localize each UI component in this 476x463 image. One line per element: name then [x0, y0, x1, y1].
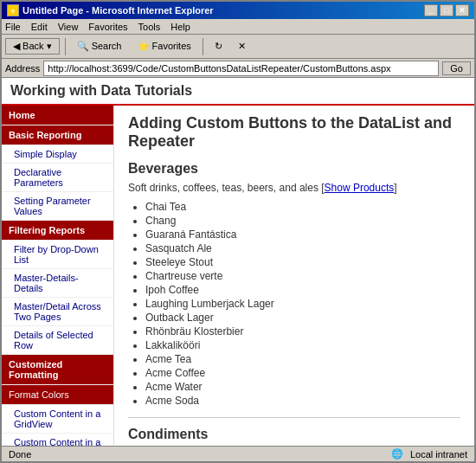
beverages-product-list: Chai Tea Chang Guaraná Fantástica Sasqua… [145, 201, 460, 407]
sidebar-item-custom-detailsview[interactable]: Custom Content in a DetailsView [2, 434, 113, 446]
list-item: Chang [145, 215, 460, 227]
menu-favorites[interactable]: Favorites [88, 22, 127, 32]
main-content: Adding Custom Buttons to the DataList an… [114, 106, 474, 446]
sidebar-item-simple-display[interactable]: Simple Display [2, 145, 113, 164]
toolbar-separator-2 [203, 38, 203, 55]
sidebar-item-filtering-reports[interactable]: Filtering Reports [2, 221, 113, 241]
list-item: Steeleye Stout [145, 256, 460, 268]
section-beverages-title: Beverages [128, 161, 460, 177]
ie-logo-icon: e [7, 4, 19, 16]
sidebar-item-declarative-parameters[interactable]: Declarative Parameters [2, 164, 113, 192]
menu-bar: File Edit View Favorites Tools Help [2, 19, 474, 35]
menu-file[interactable]: File [5, 22, 21, 32]
page-body: Home Basic Reporting Simple Display Decl… [2, 106, 474, 446]
menu-tools[interactable]: Tools [138, 22, 161, 32]
page-title: Working with Data Tutorials [10, 83, 466, 99]
status-text: Done [9, 449, 31, 460]
sidebar-item-master-details[interactable]: Master-Details-Details [2, 269, 113, 298]
back-button[interactable]: ◀ Back ▾ [5, 38, 60, 55]
status-bar: Done 🌐 Local intranet [2, 446, 474, 461]
sidebar-item-format-colors[interactable]: Format Colors [2, 385, 113, 405]
show-products-beverages-link[interactable]: Show Products [325, 182, 395, 194]
sidebar-item-custom-gridview[interactable]: Custom Content in a GridView [2, 405, 113, 434]
sidebar-item-setting-parameter-values[interactable]: Setting Parameter Values [2, 192, 113, 221]
sidebar-item-home[interactable]: Home [2, 106, 113, 125]
sidebar-item-filter-dropdown[interactable]: Filter by Drop-Down List [2, 241, 113, 269]
menu-edit[interactable]: Edit [31, 22, 48, 32]
browser-window: e Untitled Page - Microsoft Internet Exp… [0, 0, 476, 463]
section-beverages-desc: Soft drinks, coffees, teas, beers, and a… [128, 182, 460, 194]
address-label: Address [5, 63, 40, 74]
sidebar: Home Basic Reporting Simple Display Decl… [2, 106, 114, 446]
sidebar-item-master-detail-pages[interactable]: Master/Detail Across Two Pages [2, 298, 113, 326]
toolbar-separator-1 [65, 38, 66, 55]
favorites-button[interactable]: ⭐ Favorites [132, 38, 197, 55]
list-item: Acme Soda [145, 395, 460, 407]
list-item: Rhönbräu Klosterbier [145, 325, 460, 338]
list-item: Acme Coffee [145, 367, 460, 379]
list-item: Ipoh Coffee [145, 284, 460, 296]
title-bar-buttons: _ □ ✕ [424, 4, 469, 16]
main-title: Adding Custom Buttons to the DataList an… [128, 114, 460, 151]
section-condiments: Condiments Sweet and savory sauces, reli… [128, 427, 460, 446]
list-item: Lakkalikööri [145, 339, 460, 351]
list-item: Chai Tea [145, 201, 460, 213]
list-item: Sasquatch Ale [145, 242, 460, 254]
window-title: Untitled Page - Microsoft Internet Explo… [23, 5, 214, 16]
section-divider [128, 417, 460, 418]
minimize-button[interactable]: _ [424, 4, 438, 16]
sidebar-item-customized-formatting[interactable]: Customized Formatting [2, 355, 113, 385]
section-beverages: Beverages Soft drinks, coffees, teas, be… [128, 161, 460, 407]
refresh-button[interactable]: ↻ [209, 38, 228, 55]
list-item: Guaraná Fantástica [145, 228, 460, 241]
title-bar-left: e Untitled Page - Microsoft Internet Exp… [7, 4, 214, 16]
search-button[interactable]: 🔍 Search [71, 38, 128, 55]
sidebar-item-basic-reporting[interactable]: Basic Reporting [2, 125, 113, 145]
zone-icon: 🌐 [391, 448, 403, 460]
page-content: Working with Data Tutorials Home Basic R… [2, 78, 474, 446]
toolbar: ◀ Back ▾ 🔍 Search ⭐ Favorites ↻ ✕ [2, 35, 474, 59]
list-item: Acme Water [145, 381, 460, 393]
title-bar: e Untitled Page - Microsoft Internet Exp… [2, 2, 474, 19]
address-bar: Address Go [2, 59, 474, 78]
maximize-button[interactable]: □ [440, 4, 453, 16]
zone-text: Local intranet [410, 449, 467, 460]
list-item: Outback Lager [145, 312, 460, 324]
address-input[interactable] [43, 61, 439, 76]
section-condiments-title: Condiments [128, 427, 460, 442]
menu-help[interactable]: Help [170, 22, 190, 32]
list-item: Chartreuse verte [145, 270, 460, 282]
stop-button[interactable]: ✕ [232, 38, 252, 55]
sidebar-item-details-selected-row[interactable]: Details of Selected Row [2, 326, 113, 355]
status-right: 🌐 Local intranet [391, 448, 467, 460]
menu-view[interactable]: View [58, 22, 79, 32]
list-item: Laughing Lumberjack Lager [145, 298, 460, 310]
close-button[interactable]: ✕ [455, 4, 469, 16]
page-header: Working with Data Tutorials [2, 78, 474, 106]
list-item: Acme Tea [145, 353, 460, 365]
go-button[interactable]: Go [442, 61, 471, 75]
